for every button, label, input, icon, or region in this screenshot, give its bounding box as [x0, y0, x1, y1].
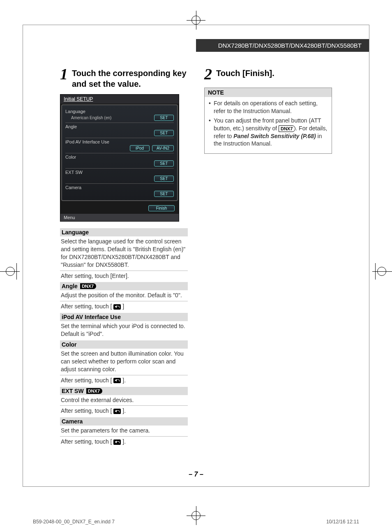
note-item-2: You can adjust the front panel button (A… — [209, 117, 327, 148]
def-color: Color Set the screen and button illumina… — [60, 340, 188, 386]
def-color-title: Color — [60, 340, 188, 349]
def-angle-after-suffix: ] — [121, 303, 124, 310]
step1-title: Touch the corresponding key and set the … — [72, 68, 188, 89]
dnx7-badge-icon: DNX7 — [80, 283, 96, 289]
device-screenshot: Initial SETUP Language American English … — [60, 94, 179, 222]
ss-label-extsw: EXT SW — [65, 170, 174, 175]
step2-title: Touch [Finish]. — [216, 68, 274, 79]
step1-number: 1 — [60, 66, 68, 82]
def-color-after-prefix: After setting, touch [ — [61, 377, 113, 384]
ss-value-language: American English (en) — [71, 116, 111, 120]
reg-mark — [191, 511, 201, 520]
def-camera-after-prefix: After setting, touch [ — [61, 438, 113, 445]
def-color-after-suffix: ]. — [121, 377, 126, 384]
ss-set-button-extsw[interactable]: SET — [154, 176, 174, 182]
def-ipod: iPod AV Interface Use Set the terminal w… — [60, 313, 188, 340]
header-models: DNX7280BT/DNX5280BT/DNX4280BT/DNX5580BT — [196, 39, 369, 52]
def-extsw-body: Control the external devices. — [60, 395, 188, 406]
page-number: – 7 – — [23, 471, 369, 478]
def-angle-title: Angle DNX7 — [60, 282, 188, 290]
def-camera: Camera Set the parameters for the camera… — [60, 417, 188, 447]
page-frame: DNX7280BT/DNX5280BT/DNX4280BT/DNX5580BT … — [23, 25, 369, 487]
def-extsw-after-suffix: ]. — [121, 407, 126, 414]
reg-mark — [372, 271, 391, 272]
def-language-title: Language — [60, 228, 188, 236]
footer-timestamp: 10/12/16 12:11 — [326, 519, 359, 525]
content-columns: 1 Touch the corresponding key and set th… — [60, 66, 332, 448]
ss-label-angle: Angle — [65, 124, 174, 129]
back-icon — [113, 439, 121, 445]
ss-label-language: Language — [65, 109, 174, 114]
def-angle: Angle DNX7 Adjust the position of the mo… — [60, 282, 188, 312]
def-extsw-title: EXT SW DNX7 — [60, 387, 188, 395]
def-camera-after: After setting, touch [ ]. — [60, 437, 188, 447]
ss-row-color: Color SET — [65, 153, 174, 168]
ss-set-button-color[interactable]: SET — [154, 160, 174, 167]
step2-heading: 2 Touch [Finish]. — [204, 66, 332, 82]
reg-mark — [1, 271, 20, 272]
def-angle-title-text: Angle — [62, 283, 78, 289]
dnx7-badge-icon: DNX7 — [279, 125, 295, 132]
right-column: 2 Touch [Finish]. NOTE For details on op… — [204, 66, 332, 448]
note-box: NOTE For details on operations of each s… — [204, 88, 332, 154]
screenshot-footer: Finish — [60, 202, 179, 214]
def-ipod-title: iPod AV Interface Use — [60, 313, 188, 321]
ss-finish-button[interactable]: Finish — [148, 205, 175, 211]
def-color-after: After setting, touch [ ]. — [60, 375, 188, 386]
back-icon — [113, 409, 121, 414]
back-icon — [113, 304, 121, 310]
def-extsw-after: After setting, touch [ ]. — [60, 406, 188, 416]
def-angle-after-prefix: After setting, touch [ — [61, 303, 113, 310]
ss-row-angle: Angle SET — [65, 123, 174, 138]
def-extsw: EXT SW DNX7 Control the external devices… — [60, 387, 188, 417]
ss-ipod-button[interactable]: iPod — [130, 145, 150, 151]
def-ipod-body: Set the terminal which your iPod is conn… — [60, 321, 188, 340]
def-extsw-after-prefix: After setting, touch [ — [61, 407, 113, 414]
def-language-body: Select the language used for the control… — [60, 236, 188, 271]
def-extsw-title-text: EXT SW — [62, 388, 84, 394]
screenshot-title: Initial SETUP — [60, 95, 179, 104]
ss-menu-label: Menu — [60, 214, 179, 221]
def-language: Language Select the language used for th… — [60, 228, 188, 281]
ss-row-extsw: EXT SW SET — [65, 168, 174, 183]
ss-row-camera: Camera SET — [65, 183, 174, 199]
back-icon — [113, 378, 121, 383]
ss-row-ipod: iPod AV Interface Use iPod AV-IN2 — [65, 138, 174, 153]
footer-filename: B59-2048-00_00_DNX7_E_en.indd 7 — [33, 519, 115, 525]
ss-set-button-angle[interactable]: SET — [154, 130, 174, 136]
ss-set-button-camera[interactable]: SET — [154, 191, 174, 197]
ss-row-language: Language American English (en) SET — [65, 108, 174, 123]
dnx7-badge-icon: DNX7 — [86, 388, 102, 394]
ss-set-button-language[interactable]: SET — [154, 115, 174, 121]
ss-label-ipod: iPod AV Interface Use — [65, 139, 174, 144]
note-title: NOTE — [205, 88, 332, 97]
def-camera-title: Camera — [60, 417, 188, 426]
screenshot-body: Language American English (en) SET Angle… — [61, 104, 178, 201]
def-angle-after: After setting, touch [ ] — [60, 301, 188, 312]
ss-avin2-button[interactable]: AV-IN2 — [152, 145, 174, 151]
left-column: 1 Touch the corresponding key and set th… — [60, 66, 188, 448]
note-item-1: For details on operations of each settin… — [209, 99, 327, 115]
step1-heading: 1 Touch the corresponding key and set th… — [60, 66, 188, 89]
note-item-2-ref: Panel Switch Sensitivity (P.68) — [233, 133, 316, 139]
ss-label-camera: Camera — [65, 185, 174, 190]
page-number-value: 7 — [194, 471, 198, 478]
def-camera-body: Set the parameters for the camera. — [60, 426, 188, 437]
def-color-body: Set the screen and button illumination c… — [60, 349, 188, 375]
step2-number: 2 — [204, 66, 212, 82]
def-angle-body: Adjust the position of the monitor. Defa… — [60, 290, 188, 301]
reg-mark — [191, 16, 201, 25]
note-body: For details on operations of each settin… — [205, 97, 332, 153]
ss-label-color: Color — [65, 155, 174, 160]
def-language-after: After setting, touch [Enter]. — [60, 271, 188, 282]
def-camera-after-suffix: ]. — [121, 438, 126, 445]
